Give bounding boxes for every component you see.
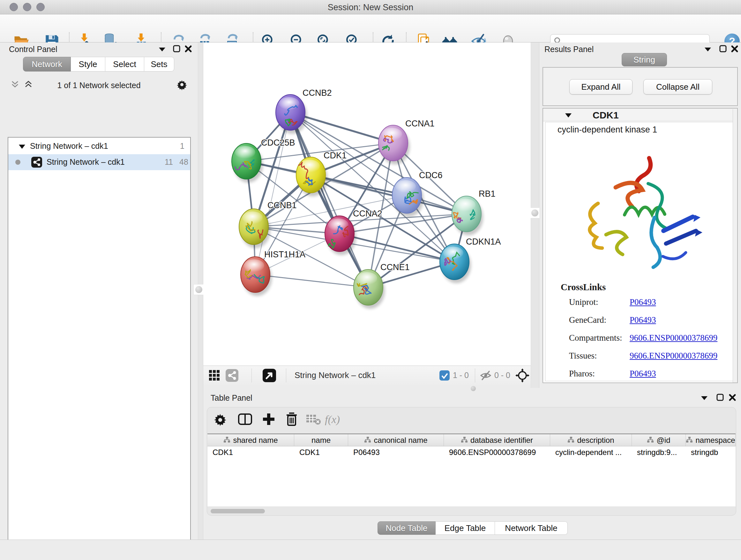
crosslink-value-link[interactable]: 9606.ENSP00000378699 [630,351,718,361]
control-panel-title: Control Panel [9,45,57,54]
birdseye-view-icon[interactable] [263,369,276,383]
horizontal-splitter-handle[interactable] [471,386,476,391]
table-panel-collapse-button[interactable] [700,395,708,401]
table-cell: stringdb:9... [632,446,686,458]
network-node-CCNE1[interactable] [354,269,385,309]
crosslink-value-link[interactable]: P06493 [630,297,656,307]
column-header-label: namespace [695,436,735,445]
results-panel-title: Results Panel [544,45,594,54]
tab-sets[interactable]: Sets [144,57,174,71]
results-panel-float-button[interactable] [719,45,727,54]
column-header-namespace[interactable]: namespace [686,434,736,446]
node-label-CCNB2: CCNB2 [302,88,332,98]
network-node-CDK1[interactable] [296,157,327,196]
gene-disclosure-icon [565,113,572,118]
column-header-label: database identifier [470,436,533,445]
table-cell: stringdb [686,446,736,458]
column-header-name[interactable]: name [294,434,348,446]
crosslink-row: Uniprot:P06493 [569,297,729,307]
crosslink-row: GeneCard:P06493 [569,315,729,325]
column-header-canonical-name[interactable]: canonical name [348,434,444,446]
network-canvas[interactable]: CCNB2CCNA1CDC25BCDK1CDC6RB1CCNB1CCNA2CDK… [203,43,531,366]
crosslinks-title: CrossLinks [561,282,606,293]
network-current-dot-icon [15,160,20,165]
crosslink-row: Pharos:P06493 [569,369,729,379]
network-label: String Network – cdk1 [47,158,125,167]
network-node-CCNB2[interactable] [276,95,307,134]
results-panel-close-button[interactable] [731,45,738,54]
network-selection-status: 1 of 1 Network selected [38,81,159,90]
column-type-icon [647,436,654,445]
left-splitter-handle[interactable] [193,284,204,295]
gene-details: cyclin-dependent kinase 1 CrossLinks Uni… [545,122,735,381]
column-header-description[interactable]: description [550,434,632,446]
protein-structure-image [568,149,705,280]
network-node-HIST1H1A[interactable] [241,257,272,296]
node-label-CCNA2: CCNA2 [353,209,382,219]
netbar-separator [252,368,252,382]
network-node-CDKN1A[interactable] [440,244,471,283]
tab-network[interactable]: Network [23,57,71,71]
network-share-view-icon[interactable] [226,369,239,383]
tab-style[interactable]: Style [71,57,105,71]
expand-all-button[interactable]: Expand All [569,79,632,95]
table-delete-icon[interactable] [283,412,300,427]
tab-select[interactable]: Select [105,57,144,71]
table-gear-icon[interactable] [212,412,228,427]
network-node-CCNA2[interactable] [325,216,356,255]
table-function-builder-icon[interactable]: f(x) [325,412,354,427]
table-remove-table-icon[interactable] [305,412,322,427]
control-panel-collapse-button[interactable] [158,46,166,53]
network-node-RB1[interactable] [452,196,483,235]
control-panel-tabs: Network Style Select Sets [23,57,174,71]
expand-all-networks-button[interactable] [24,80,32,89]
table-panel-close-button[interactable] [729,394,736,402]
selected-checkbox-icon[interactable] [440,370,450,382]
table-header-row: shared namenamecanonical namedatabase id… [207,434,736,446]
column-header-shared-name[interactable]: shared name [207,434,294,446]
gene-section-header[interactable]: CDK1 [543,109,737,121]
window-title: Session: New Session [0,3,741,12]
network-edge-CDK1-RB1[interactable] [311,175,467,214]
network-node-CDC25B[interactable] [232,143,263,183]
grid-view-icon[interactable] [209,370,220,382]
network-edge-HIST1H1A-CCNE1[interactable] [255,274,368,287]
column-header--id[interactable]: @id [632,434,686,446]
collapse-all-button[interactable]: Collapse All [643,79,712,95]
hidden-eye-icon[interactable] [480,370,492,382]
results-panel-collapse-button[interactable] [704,46,712,53]
control-panel-close-button[interactable] [185,45,192,54]
table-panel-float-button[interactable] [717,394,724,402]
collapse-all-networks-button[interactable] [11,80,19,89]
results-scrollbar[interactable] [733,109,737,382]
network-collection-row[interactable]: String Network – cdk1 1 [8,138,190,154]
crosslink-value-link[interactable]: 9606.ENSP00000378699 [630,333,718,343]
column-header-database-identifier[interactable]: database identifier [444,434,550,446]
node-label-CDC6: CDC6 [419,171,443,180]
network-row-selected[interactable]: String Network – cdk1 11 48 [8,154,190,170]
network-edge-CCNB2-CCNE1[interactable] [290,112,368,287]
control-panel-float-button[interactable] [173,45,181,54]
table-columns-icon[interactable] [237,412,253,427]
crosslink-row: Tissues:9606.ENSP00000378699 [569,351,729,361]
tab-edge-table[interactable]: Edge Table [435,521,495,535]
node-label-CCNA1: CCNA1 [405,119,434,128]
tab-node-table[interactable]: Node Table [378,521,435,535]
table-row[interactable]: CDK1CDK1P064939606.ENSP00000378699cyclin… [207,446,736,458]
crosslink-label: Compartments: [569,333,630,343]
tab-network-table[interactable]: Network Table [495,521,568,535]
network-tree: String Network – cdk1 1 String Network –… [8,137,191,559]
column-type-icon [567,436,575,445]
table-horizontal-scrollbar[interactable] [211,509,265,513]
table-cell: 9606.ENSP00000378699 [444,446,550,458]
right-splitter-handle[interactable] [529,207,540,219]
fit-crosshair-icon[interactable] [515,368,529,383]
table-add-icon[interactable] [260,412,277,427]
network-graph[interactable]: CCNB2CCNA1CDC25BCDK1CDC6RB1CCNB1CCNA2CDK… [203,43,531,366]
network-node-CDC6[interactable] [392,178,423,217]
results-tab-string[interactable]: String [622,53,667,66]
crosslink-value-link[interactable]: P06493 [630,369,656,379]
gene-name: CDK1 [593,110,619,121]
network-options-gear-icon[interactable] [176,78,188,92]
crosslink-value-link[interactable]: P06493 [630,315,656,325]
